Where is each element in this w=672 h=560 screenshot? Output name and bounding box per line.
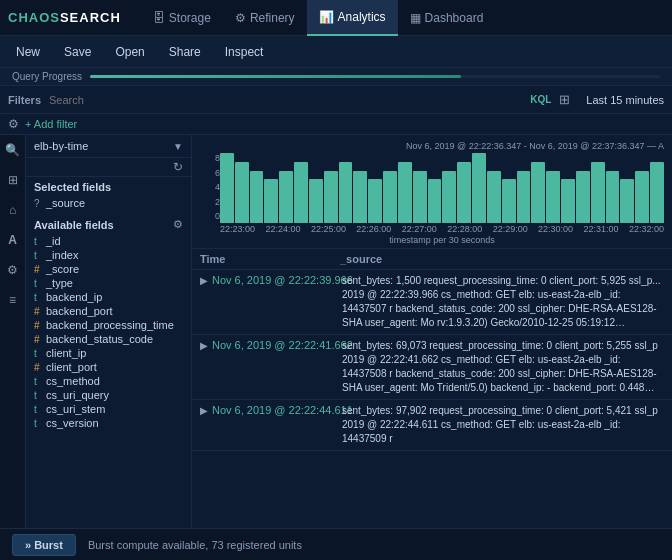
share-button[interactable]: Share (165, 43, 205, 61)
search-sidebar-icon[interactable]: 🔍 (5, 143, 20, 157)
chart-x-label: 22:24:00 (265, 224, 300, 234)
chart-bar[interactable] (487, 171, 501, 224)
add-filter-button[interactable]: + Add filter (25, 118, 77, 130)
tag-sidebar-icon[interactable]: A (8, 233, 17, 247)
nav-item-refinery[interactable]: ⚙ Refinery (223, 0, 307, 36)
field-item[interactable]: tcs_uri_query (34, 388, 183, 402)
refinery-icon: ⚙ (235, 11, 246, 25)
home-sidebar-icon[interactable]: ⌂ (9, 203, 16, 217)
layers-sidebar-icon[interactable]: ⊞ (8, 173, 18, 187)
chart-bar[interactable] (517, 171, 531, 224)
field-type-badge: # (34, 264, 42, 275)
chart-bar[interactable] (264, 179, 278, 223)
expand-arrow-icon[interactable]: ▶ (200, 405, 208, 416)
chart-bar[interactable] (635, 171, 649, 224)
open-button[interactable]: Open (111, 43, 148, 61)
field-item[interactable]: t_index (34, 248, 183, 262)
results-area[interactable]: Time _source ▶ Nov 6, 2019 @ 22:22:39.96… (192, 249, 672, 531)
result-time: Nov 6, 2019 @ 22:22:41.662 (212, 339, 342, 351)
chart-bar[interactable] (620, 179, 634, 223)
field-item[interactable]: tbackend_ip (34, 290, 183, 304)
refresh-icon[interactable]: ↻ (173, 160, 183, 174)
result-source: sent_bytes: 1,500 request_processing_tim… (342, 274, 664, 330)
field-item[interactable]: #client_port (34, 360, 183, 374)
result-row[interactable]: ▶ Nov 6, 2019 @ 22:22:39.966 sent_bytes:… (192, 270, 672, 335)
expand-arrow-icon[interactable]: ▶ (200, 275, 208, 286)
chart-bar[interactable] (650, 162, 664, 223)
field-item[interactable]: #backend_status_code (34, 332, 183, 346)
nav-item-analytics[interactable]: 📊 Analytics (307, 0, 398, 36)
index-selector[interactable]: elb-by-time ▼ (26, 135, 191, 158)
chart-bar[interactable] (591, 162, 605, 223)
menu-sidebar-icon[interactable]: ≡ (9, 293, 16, 307)
chart-bar[interactable] (472, 153, 486, 223)
chart-bar[interactable] (398, 162, 412, 223)
chart-date-range: Nov 6, 2019 @ 22:22:36.347 - Nov 6, 2019… (200, 141, 664, 151)
chart-bar[interactable] (606, 171, 620, 224)
inspect-button[interactable]: Inspect (221, 43, 268, 61)
chart-bar[interactable] (442, 171, 456, 224)
result-row[interactable]: ▶ Nov 6, 2019 @ 22:22:44.611 sent_bytes:… (192, 400, 672, 451)
burst-button[interactable]: » Burst (12, 534, 76, 556)
chart-bar[interactable] (309, 179, 323, 223)
selected-field-source[interactable]: ? _source (34, 196, 183, 210)
expand-arrow-icon[interactable]: ▶ (200, 340, 208, 351)
available-fields-header: Available fields ⚙ (34, 218, 183, 231)
filter-gear-icon[interactable]: ⚙ (8, 117, 19, 131)
field-item[interactable]: tcs_uri_stem (34, 402, 183, 416)
chart-bar[interactable] (546, 171, 560, 224)
field-type-badge: # (34, 334, 42, 345)
result-row[interactable]: ▶ Nov 6, 2019 @ 22:22:41.662 sent_bytes:… (192, 335, 672, 400)
field-name-label: _id (46, 235, 61, 247)
chart-bar[interactable] (353, 171, 367, 224)
chart-bar[interactable] (279, 171, 293, 224)
chart-x-label: 22:30:00 (538, 224, 573, 234)
save-button[interactable]: Save (60, 43, 95, 61)
query-progress-bar-container: Query Progress (0, 68, 672, 86)
chart-bar[interactable] (576, 171, 590, 224)
chart-bar[interactable] (250, 171, 264, 224)
new-button[interactable]: New (12, 43, 44, 61)
field-name-label: cs_uri_stem (46, 403, 105, 415)
kql-button[interactable]: KQL (530, 94, 551, 105)
field-item[interactable]: tcs_method (34, 374, 183, 388)
chart-bar[interactable] (235, 162, 249, 223)
sidebar-icons: 🔍 ⊞ ⌂ A ⚙ ≡ (0, 135, 26, 531)
index-name: elb-by-time (34, 140, 88, 152)
field-item[interactable]: #backend_port (34, 304, 183, 318)
chart-bar[interactable] (294, 162, 308, 223)
time-range-label[interactable]: Last 15 minutes (586, 94, 664, 106)
left-panel: elb-by-time ▼ ↻ Selected fields ? _sourc… (26, 135, 192, 531)
results-list: ▶ Nov 6, 2019 @ 22:22:39.966 sent_bytes:… (192, 270, 672, 451)
chart-bar[interactable] (413, 171, 427, 224)
chart-bar[interactable] (220, 153, 234, 223)
field-item[interactable]: tcs_version (34, 416, 183, 430)
chart-bar[interactable] (368, 179, 382, 223)
field-item[interactable]: t_id (34, 234, 183, 248)
filter-dropdown-icon[interactable]: ⊞ (559, 92, 570, 107)
search-input[interactable] (49, 94, 522, 106)
field-item[interactable]: tclient_ip (34, 346, 183, 360)
result-time: Nov 6, 2019 @ 22:22:39.966 (212, 274, 342, 286)
chart-bar[interactable] (383, 171, 397, 224)
chart-bar[interactable] (457, 162, 471, 223)
settings-sidebar-icon[interactable]: ⚙ (7, 263, 18, 277)
chart-bar[interactable] (428, 179, 442, 223)
field-item[interactable]: t_type (34, 276, 183, 290)
field-name-label: _type (46, 277, 73, 289)
chart-bar[interactable] (324, 171, 338, 224)
field-item[interactable]: #backend_processing_time (34, 318, 183, 332)
chart-bar[interactable] (339, 162, 353, 223)
field-name-label: backend_status_code (46, 333, 153, 345)
field-type-question: ? (34, 198, 42, 209)
chart-bar[interactable] (531, 162, 545, 223)
available-fields-gear-icon[interactable]: ⚙ (173, 218, 183, 231)
chart-bar[interactable] (561, 179, 575, 223)
field-type-badge: t (34, 376, 42, 387)
fields-container: Selected fields ? _source Available fiel… (26, 177, 191, 531)
field-item[interactable]: #_score (34, 262, 183, 276)
nav-item-dashboard[interactable]: ▦ Dashboard (398, 0, 496, 36)
chart-bar[interactable] (502, 179, 516, 223)
nav-item-storage[interactable]: 🗄 Storage (141, 0, 223, 36)
field-name-label: backend_processing_time (46, 319, 174, 331)
